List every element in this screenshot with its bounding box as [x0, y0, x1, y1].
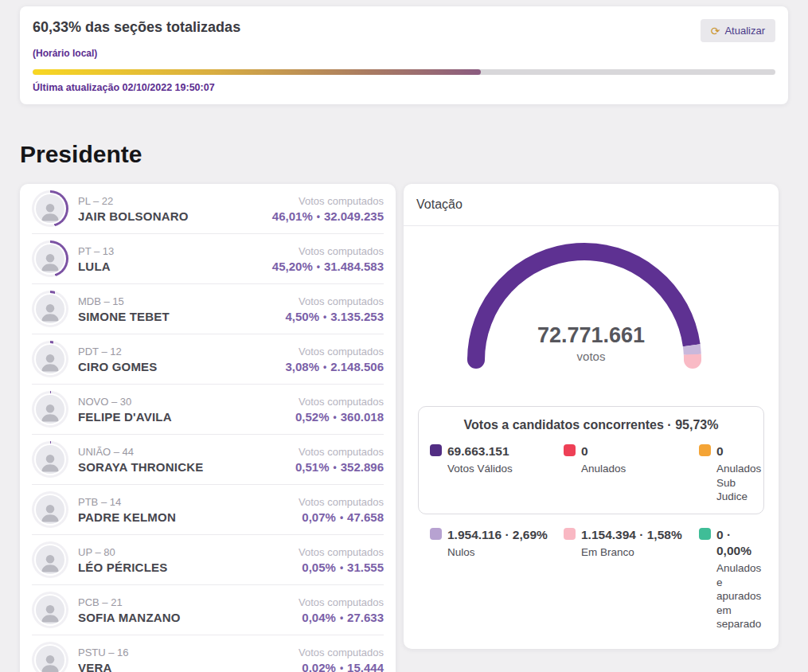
- total-votes-value: 72.771.661: [404, 323, 779, 348]
- votes-computed-label: Votos computados: [295, 446, 384, 458]
- candidate-percent-ring: [32, 592, 68, 628]
- candidate-percent: 0,04%: [302, 611, 336, 624]
- totalization-card: 60,33% das seções totalizadas ⟳ Atualiza…: [20, 6, 788, 104]
- candidate-percent-ring: [32, 541, 68, 578]
- person-icon: [38, 600, 62, 624]
- bullet-separator: •: [313, 261, 324, 272]
- candidate-party: PSTU – 16: [78, 647, 129, 658]
- candidate-votes: 352.896: [341, 460, 384, 474]
- person-icon: [38, 199, 62, 223]
- candidate-name: SIMONE TEBET: [78, 310, 170, 323]
- totalization-title: 60,33% das seções totalizadas: [33, 19, 240, 36]
- candidate-row: UNIÃO – 44SORAYA THRONICKEVotos computad…: [32, 434, 384, 484]
- candidate-avatar: [36, 395, 64, 424]
- candidate-votes-value: 0,02%•15.444: [299, 661, 384, 672]
- candidate-party: PDT – 12: [78, 346, 158, 357]
- candidate-name: LULA: [78, 260, 114, 273]
- candidate-row: PTB – 14PADRE KELMONVotos computados0,07…: [32, 484, 384, 534]
- candidate-party: MDB – 15: [78, 295, 170, 307]
- candidate-votes-value: 4,50%•3.135.253: [286, 310, 384, 323]
- candidate-row: NOVO – 30FELIPE D'AVILAVotos computados0…: [32, 384, 384, 434]
- candidate-percent: 0,05%: [302, 561, 336, 574]
- candidate-avatar: [36, 295, 64, 323]
- candidate-percent-ring: [32, 291, 68, 327]
- candidate-percent-ring: [32, 642, 68, 672]
- candidate-votes: 32.049.235: [324, 209, 384, 223]
- votacao-title: Votação: [404, 184, 779, 226]
- votes-computed-label: Votos computados: [299, 596, 384, 608]
- avatar-ring-gap: [34, 494, 66, 525]
- votes-computed-label: Votos computados: [295, 396, 384, 408]
- candidate-votes-value: 0,52%•360.018: [295, 410, 384, 424]
- candidate-row: PCB – 21SOFIA MANZANOVotos computados0,0…: [32, 584, 384, 635]
- candidate-party: PL – 22: [78, 195, 189, 207]
- legend-label: Anulados e apurados em separado: [716, 561, 761, 631]
- candidate-votes-value: 0,05%•31.555: [299, 561, 384, 574]
- legend-item-em-branco: 1.154.394 · 1,58% Em Branco: [564, 527, 693, 631]
- candidate-percent: 4,50%: [286, 310, 320, 323]
- legend-value: 69.663.151: [447, 443, 557, 459]
- votes-computed-label: Votos computados: [299, 496, 384, 508]
- candidate-votes-value: 0,51%•352.896: [295, 460, 384, 474]
- bullet-separator: •: [319, 361, 330, 373]
- candidate-percent: 45,20%: [272, 260, 313, 273]
- candidate-avatar: [36, 545, 64, 574]
- person-icon: [38, 500, 62, 524]
- candidate-name: CIRO GOMES: [78, 360, 158, 373]
- bullet-separator: •: [330, 412, 341, 423]
- candidate-name: VERA: [78, 661, 129, 672]
- totalization-progress-bar: [33, 69, 775, 75]
- candidate-row: PSTU – 16VERAVotos computados0,02%•15.44…: [32, 635, 384, 672]
- candidates-list: PL – 22JAIR BOLSONAROVotos computados46,…: [20, 184, 396, 672]
- person-icon: [38, 249, 62, 273]
- candidate-row: PT – 13LULAVotos computados45,20%•31.484…: [32, 233, 384, 283]
- candidate-row: UP – 80LÉO PÉRICLESVotos computados0,05%…: [32, 534, 384, 584]
- votes-legend: Votos a candidatos concorrentes · 95,73%…: [404, 374, 779, 649]
- person-icon: [38, 400, 62, 424]
- candidate-avatar: [36, 194, 64, 223]
- candidate-percent: 46,01%: [272, 209, 313, 223]
- candidate-party: UP – 80: [78, 546, 167, 558]
- candidate-avatar: [36, 495, 64, 524]
- votacao-card: Votação 72.771.661 votos Votos a candida…: [404, 184, 779, 649]
- candidate-name: LÉO PÉRICLES: [78, 561, 167, 574]
- votes-computed-label: Votos computados: [299, 647, 384, 658]
- votes-computed-label: Votos computados: [286, 295, 384, 307]
- candidate-votes: 31.555: [347, 561, 384, 574]
- votes-computed-label: Votos computados: [272, 245, 384, 257]
- bullet-separator: •: [336, 662, 347, 672]
- candidate-row: PDT – 12CIRO GOMESVotos computados3,08%•…: [32, 334, 384, 384]
- candidates-card: PL – 22JAIR BOLSONAROVotos computados46,…: [20, 184, 396, 672]
- person-icon: [38, 550, 62, 574]
- person-icon: [38, 299, 62, 323]
- refresh-button[interactable]: ⟳ Atualizar: [701, 19, 775, 42]
- legend-value: 0 · 0,00%: [716, 527, 761, 559]
- legend-value: 1.154.394 · 1,58%: [581, 527, 693, 543]
- candidate-party: PTB – 14: [78, 496, 176, 508]
- candidate-party: PT – 13: [78, 245, 114, 257]
- candidate-votes-value: 0,07%•47.658: [299, 510, 384, 524]
- candidate-votes-value: 0,04%•27.633: [299, 611, 384, 624]
- legend-item-anulados: 0 Anulados: [564, 443, 693, 504]
- candidate-votes: 3.135.253: [330, 310, 384, 323]
- candidate-name: SOFIA MANZANO: [78, 611, 181, 624]
- candidate-votes: 15.444: [347, 661, 384, 672]
- candidate-votes-value: 45,20%•31.484.583: [272, 260, 384, 273]
- candidate-party: UNIÃO – 44: [78, 446, 203, 458]
- avatar-ring-gap: [34, 594, 66, 626]
- candidate-row: PL – 22JAIR BOLSONAROVotos computados46,…: [32, 184, 384, 233]
- votes-gauge: 72.771.661 votos: [404, 231, 779, 374]
- candidate-avatar: [36, 445, 64, 474]
- bullet-separator: •: [336, 612, 347, 623]
- candidate-votes: 27.633: [347, 611, 384, 624]
- candidate-party: NOVO – 30: [78, 396, 172, 408]
- legend-label: Anulados: [581, 462, 693, 476]
- candidate-row: MDB – 15SIMONE TEBETVotos computados4,50…: [32, 283, 384, 334]
- avatar-ring-gap: [34, 243, 66, 275]
- nulos-swatch: [430, 528, 442, 540]
- candidate-votes: 47.658: [347, 510, 384, 524]
- bullet-separator: •: [330, 462, 341, 473]
- candidate-votes-value: 3,08%•2.148.506: [286, 360, 384, 373]
- anulados-sub-judice-swatch: [699, 444, 711, 456]
- person-icon: [38, 651, 62, 672]
